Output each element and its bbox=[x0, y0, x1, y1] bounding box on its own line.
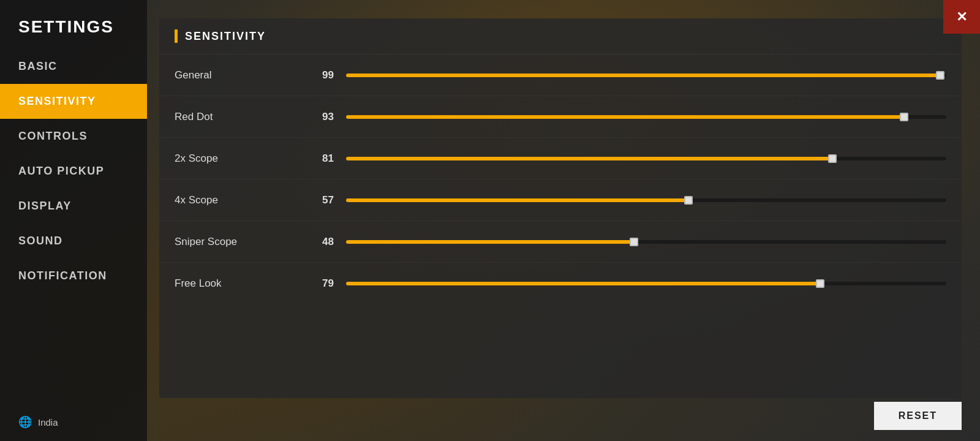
slider-track-general[interactable] bbox=[346, 69, 946, 81]
reset-button[interactable]: RESET bbox=[874, 402, 962, 430]
slider-label-free_look: Free Look bbox=[175, 277, 297, 290]
slider-track-4x_scope[interactable] bbox=[346, 194, 946, 206]
slider-thumb-4x_scope[interactable] bbox=[684, 196, 693, 205]
slider-value-red_dot: 93 bbox=[297, 111, 334, 123]
slider-track-red_dot[interactable] bbox=[346, 111, 946, 123]
sidebar-nav: BASICSENSITIVITYCONTROLSAUTO PICKUPDISPL… bbox=[0, 49, 147, 403]
sliders-container: General99Red Dot932x Scope814x Scope57Sn… bbox=[159, 55, 962, 304]
settings-panel: SENSITIVITY General99Red Dot932x Scope81… bbox=[159, 18, 962, 398]
slider-row-4x_scope: 4x Scope57 bbox=[159, 179, 962, 221]
slider-value-free_look: 79 bbox=[297, 277, 334, 290]
sidebar-item-controls[interactable]: CONTROLS bbox=[0, 119, 147, 154]
slider-value-2x_scope: 81 bbox=[297, 153, 334, 165]
slider-track-sniper_scope[interactable] bbox=[346, 236, 946, 248]
slider-fill-4x_scope bbox=[346, 198, 688, 202]
globe-icon: 🌐 bbox=[18, 415, 32, 429]
slider-thumb-general[interactable] bbox=[936, 71, 944, 80]
slider-label-general: General bbox=[175, 69, 297, 81]
slider-label-red_dot: Red Dot bbox=[175, 111, 297, 123]
slider-row-general: General99 bbox=[159, 55, 962, 96]
sidebar-item-notification[interactable]: NOTIFICATION bbox=[0, 258, 147, 293]
settings-title: SETTINGS bbox=[0, 0, 147, 49]
slider-row-red_dot: Red Dot93 bbox=[159, 96, 962, 138]
slider-track-free_look[interactable] bbox=[346, 277, 946, 290]
slider-row-sniper_scope: Sniper Scope48 bbox=[159, 221, 962, 263]
slider-value-general: 99 bbox=[297, 69, 334, 81]
sidebar-item-sensitivity[interactable]: SENSITIVITY bbox=[0, 84, 147, 119]
slider-label-sniper_scope: Sniper Scope bbox=[175, 236, 297, 248]
slider-thumb-sniper_scope[interactable] bbox=[630, 238, 638, 246]
slider-fill-general bbox=[346, 74, 940, 77]
sidebar: SETTINGS BASICSENSITIVITYCONTROLSAUTO PI… bbox=[0, 0, 147, 441]
sidebar-footer: 🌐 India bbox=[0, 403, 147, 441]
panel-header: SENSITIVITY bbox=[159, 18, 962, 55]
sidebar-item-auto_pickup[interactable]: AUTO PICKUP bbox=[0, 154, 147, 189]
slider-thumb-free_look[interactable] bbox=[816, 279, 824, 288]
panel-section-title: SENSITIVITY bbox=[185, 30, 266, 43]
panel-header-accent bbox=[175, 29, 178, 43]
slider-row-free_look: Free Look79 bbox=[159, 263, 962, 304]
slider-thumb-red_dot[interactable] bbox=[900, 113, 908, 121]
close-icon: ✕ bbox=[956, 9, 967, 25]
slider-label-4x_scope: 4x Scope bbox=[175, 194, 297, 206]
slider-fill-red_dot bbox=[346, 115, 904, 119]
main-content: SENSITIVITY General99Red Dot932x Scope81… bbox=[147, 0, 980, 441]
sidebar-item-display[interactable]: DISPLAY bbox=[0, 189, 147, 224]
slider-label-2x_scope: 2x Scope bbox=[175, 153, 297, 165]
slider-fill-2x_scope bbox=[346, 157, 832, 160]
close-button[interactable]: ✕ bbox=[943, 0, 980, 34]
slider-row-2x_scope: 2x Scope81 bbox=[159, 138, 962, 179]
slider-value-4x_scope: 57 bbox=[297, 194, 334, 206]
sidebar-item-basic[interactable]: BASIC bbox=[0, 49, 147, 84]
slider-fill-sniper_scope bbox=[346, 240, 634, 244]
slider-fill-free_look bbox=[346, 282, 820, 285]
slider-thumb-2x_scope[interactable] bbox=[828, 154, 837, 163]
sidebar-item-sound[interactable]: SOUND bbox=[0, 224, 147, 258]
slider-track-2x_scope[interactable] bbox=[346, 153, 946, 165]
region-label: India bbox=[38, 417, 58, 428]
slider-value-sniper_scope: 48 bbox=[297, 236, 334, 248]
